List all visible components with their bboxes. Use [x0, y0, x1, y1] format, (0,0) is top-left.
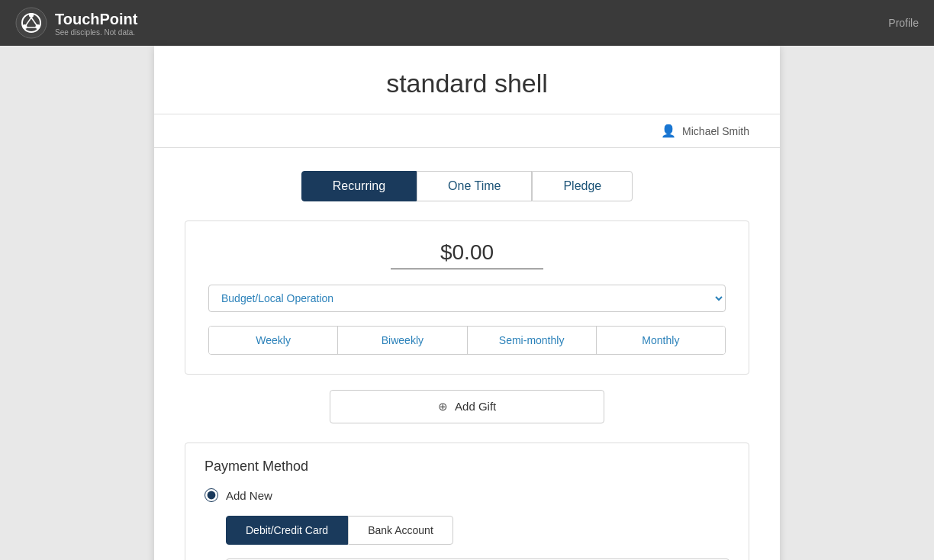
- freq-biweekly[interactable]: Biweekly: [338, 327, 467, 354]
- payment-title-colored: Payment: [205, 459, 259, 474]
- payment-title-plain: Method: [259, 459, 308, 474]
- amount-display: $0.00: [208, 240, 726, 265]
- logo-name: TouchPoint: [55, 10, 138, 28]
- page-title: standard shell: [185, 69, 749, 98]
- logo-area: TouchPoint See disciples. Not data.: [15, 7, 138, 39]
- frequency-buttons: Weekly Biweekly Semi-monthly Monthly: [208, 326, 726, 355]
- main-background: standard shell 👤 Michael Smith Recurring…: [0, 46, 934, 560]
- add-new-row: Add New: [205, 488, 729, 502]
- gift-card: $0.00 Budget/Local Operation Weekly Biwe…: [185, 220, 749, 375]
- tab-recurring[interactable]: Recurring: [301, 171, 417, 201]
- freq-monthly[interactable]: Monthly: [597, 327, 725, 354]
- payment-title: Payment Method: [205, 459, 729, 475]
- plus-icon: ⊕: [438, 400, 448, 413]
- tab-pledge[interactable]: Pledge: [532, 171, 633, 201]
- logo-tagline: See disciples. Not data.: [55, 28, 138, 37]
- card-title-area: standard shell: [154, 46, 780, 114]
- header: TouchPoint See disciples. Not data. Prof…: [0, 0, 934, 46]
- content-area: Recurring One Time Pledge $0.00 Budget/L…: [154, 148, 780, 560]
- svg-point-0: [16, 8, 47, 38]
- logo-text-area: TouchPoint See disciples. Not data.: [55, 10, 138, 37]
- add-new-radio[interactable]: [205, 488, 218, 502]
- tab-debit-credit[interactable]: Debit/Credit Card: [226, 516, 348, 545]
- freq-semi-monthly[interactable]: Semi-monthly: [468, 327, 597, 354]
- payment-type-tabs: Debit/Credit Card Bank Account: [226, 516, 729, 545]
- white-card: standard shell 👤 Michael Smith Recurring…: [154, 46, 780, 560]
- add-gift-button[interactable]: ⊕ Add Gift: [330, 390, 604, 423]
- payment-section: Payment Method Add New Debit/Credit Card…: [185, 443, 749, 560]
- profile-link[interactable]: Profile: [888, 17, 919, 29]
- user-icon: 👤: [661, 124, 676, 137]
- svg-point-2: [29, 13, 34, 18]
- tab-bank-account[interactable]: Bank Account: [348, 516, 453, 545]
- tab-one-time[interactable]: One Time: [417, 171, 532, 201]
- fund-select[interactable]: Budget/Local Operation: [208, 285, 726, 312]
- add-gift-label: Add Gift: [455, 400, 496, 413]
- donation-tabs: Recurring One Time Pledge: [185, 171, 749, 201]
- touchpoint-logo-icon: [15, 7, 47, 39]
- freq-weekly[interactable]: Weekly: [209, 327, 338, 354]
- amount-underline: [391, 269, 543, 269]
- user-area: 👤 Michael Smith: [154, 114, 780, 148]
- user-name[interactable]: Michael Smith: [682, 125, 749, 137]
- add-new-label: Add New: [226, 489, 272, 502]
